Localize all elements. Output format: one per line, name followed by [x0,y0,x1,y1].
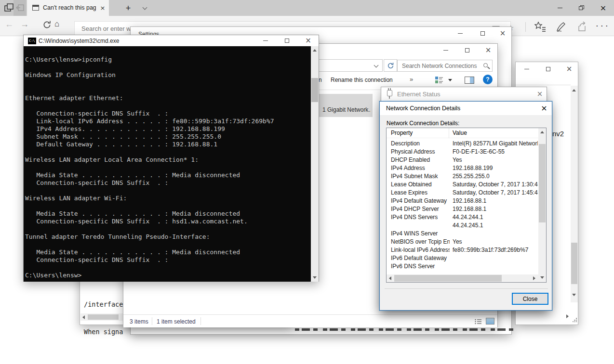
explorer-close-button[interactable]: × [478,44,498,56]
scroll-down-icon[interactable] [313,276,317,279]
help-icon[interactable]: ? [483,75,493,84]
network-connection-details-dialog: Network Connection Details × Network Con… [379,101,552,311]
right-window-maximize-button[interactable] [539,64,557,74]
set-tabs-aside-button[interactable] [13,0,26,16]
scroll-left-icon[interactable] [389,276,391,280]
view-dropdown-icon[interactable] [448,79,452,81]
scroll-up-icon[interactable] [572,89,576,91]
browser-tab[interactable]: Can't reach this page × [27,0,109,16]
dialog-divider [385,288,548,289]
scroll-up-icon[interactable] [540,131,544,133]
combo-chevron-icon[interactable] [374,63,379,68]
listview-hscroll-thumb[interactable] [394,275,502,282]
right-window-minimize-button[interactable] [518,64,535,74]
detail-row[interactable]: IPv4 Subnet Mask 255.255.255.0 [387,172,538,180]
detail-value: 255.255.255.0 [453,173,538,180]
search-icon[interactable] [483,63,488,67]
scroll-down-icon[interactable] [540,276,544,279]
console-line: Connection-specific DNS Suffix . : hsd1.… [25,218,311,225]
listview-vscroll-thumb[interactable] [539,144,546,222]
new-tab-button[interactable]: + [122,2,134,14]
scroll-right-icon[interactable] [533,276,535,280]
home-icon[interactable]: ⌂ [54,19,59,29]
right-scroll-thumb[interactable] [571,243,577,284]
detail-row[interactable]: Lease Expires Saturday, October 7, 2017 … [387,188,538,196]
console-line: Connection-specific DNS Suffix . : [25,179,311,187]
detail-row[interactable]: Link-local IPv6 Address fe80::599b:3a1f:… [387,246,538,254]
detail-property: IPv4 Address [391,165,450,171]
tab-close-icon[interactable]: × [98,3,107,12]
explorer-maximize-button[interactable] [456,44,478,56]
cmd-close-button[interactable]: × [298,35,319,46]
detail-property: IPv6 Default Gateway [391,255,450,261]
explorer-refresh-button[interactable] [384,59,397,72]
detail-value: 192.168.88.1 [453,206,538,212]
scroll-down-icon[interactable] [572,294,576,296]
status-items-count: 3 items [130,318,148,325]
listview-hscrollbar[interactable] [387,274,538,282]
detail-row[interactable]: Description Intel(R) 82577LM Gigabit Net… [387,139,538,147]
edge-minimize-button[interactable] [549,0,571,16]
search-input[interactable]: Search Network Connections [397,60,493,72]
right-window-vscrollbar[interactable] [571,86,578,302]
detail-row[interactable]: IPv4 Address 192.168.88.199 [387,164,538,172]
detail-row[interactable]: IPv4 DNS Servers 44.24.244.1 [387,213,538,221]
detail-row[interactable]: DHCP Enabled Yes [387,156,538,164]
tab-list-chevron-icon[interactable] [143,5,147,10]
hub-favorites-icon[interactable] [534,21,547,33]
settings-minimize-button[interactable] [449,27,471,40]
console-line: Link-local IPv6 Address . . . . . : fe80… [25,117,311,125]
detail-row[interactable]: IPv6 Default Gateway [387,254,538,262]
detail-property: Lease Obtained [391,181,450,188]
detail-row[interactable]: IPv4 DHCP Server 192.168.88.1 [387,205,538,213]
explorer-minimize-button[interactable] [435,44,456,56]
console-line: Default Gateway . . . . . . . . . : 192.… [25,141,311,148]
settings-close-button[interactable]: × [494,27,512,40]
detail-row[interactable]: NetBIOS over Tcpip En... Yes [387,237,538,246]
details-view-icon[interactable] [475,319,482,325]
details-listview: Property Value Description Intel(R) 8257… [386,128,547,283]
preview-pane-icon[interactable] [465,77,474,84]
scroll-up-icon[interactable] [313,49,317,52]
ethernet-status-titlebar: Ethernet Status × [381,87,547,101]
console-scrollbar[interactable] [311,46,319,282]
edge-restore-button[interactable] [571,0,592,16]
console-line: Windows IP Configuration [25,71,311,79]
detail-property: IPv4 WINS Server [391,230,450,237]
detail-row[interactable]: IPv4 Default Gateway 192.168.88.1 [387,196,538,205]
thumbnail-view-icon[interactable] [486,318,494,325]
detail-row[interactable]: IPv6 DNS Server [387,262,538,270]
toolbar-item-rename-connection[interactable]: Rename this connection [331,77,393,83]
column-property[interactable]: Property [391,130,413,136]
edge-close-button[interactable]: × [592,0,614,16]
view-tiles-icon[interactable] [435,76,443,84]
share-icon[interactable] [576,21,588,33]
column-divider[interactable] [449,128,449,138]
toolbar-overflow-chevron[interactable]: » [410,76,413,83]
listview-vscrollbar[interactable] [538,128,546,282]
resize-grip[interactable] [573,318,577,322]
ethernet-status-close-button[interactable]: × [534,88,546,100]
back-icon[interactable]: ← [5,19,13,29]
tab-preview-icon[interactable] [4,3,14,13]
dialog-close-icon[interactable]: × [537,103,551,114]
detail-property: Description [391,140,450,147]
cmd-maximize-button[interactable] [276,35,298,46]
detail-row[interactable]: Lease Obtained Saturday, October 7, 2017… [387,180,538,188]
more-icon[interactable]: · · · [596,22,608,29]
scroll-right-icon[interactable] [566,314,569,318]
close-button[interactable]: Close [512,293,548,305]
toolbar-item-clipped[interactable]: n [319,77,322,83]
refresh-icon[interactable] [42,20,52,29]
detail-row[interactable]: Physical Address F0-DE-F1-3E-6C-55 [387,147,538,156]
detail-row[interactable]: IPv4 WINS Server [387,229,538,237]
cmd-minimize-button[interactable] [254,35,276,46]
column-value[interactable]: Value [453,130,467,136]
ethernet-status-title: Ethernet Status [397,91,440,98]
detail-row[interactable]: 44.24.245.1 [387,221,538,229]
console-scroll-thumb[interactable] [311,78,318,102]
web-note-icon[interactable] [555,21,567,33]
settings-maximize-button[interactable] [471,27,494,40]
forward-icon[interactable]: → [20,19,29,29]
right-window-close-button[interactable]: × [561,64,578,74]
